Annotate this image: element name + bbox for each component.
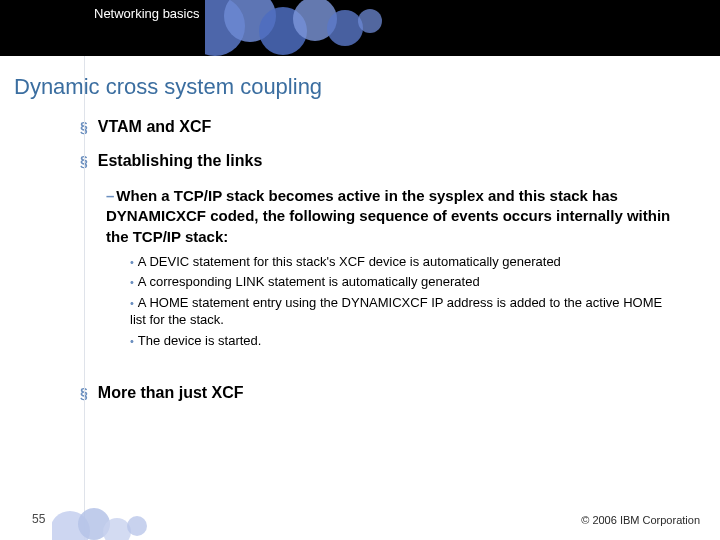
slide-header: Networking basics xyxy=(0,0,720,56)
header-decoration xyxy=(205,0,385,66)
page-number: 55 xyxy=(32,512,45,526)
bullet-establishing-links: §Establishing the links xyxy=(80,152,680,170)
dot-text: A HOME statement entry using the DYNAMIC… xyxy=(130,295,662,328)
bullet-more-than-xcf: §More than just XCF xyxy=(80,384,680,402)
svg-point-3 xyxy=(293,0,337,41)
dot-item-link: •A corresponding LINK statement is autom… xyxy=(130,273,680,291)
footer-decoration xyxy=(52,486,152,540)
svg-point-0 xyxy=(205,0,245,56)
svg-point-2 xyxy=(259,7,307,55)
slide-content: §VTAM and XCF §Establishing the links –W… xyxy=(80,118,680,402)
dot-bullet-icon: • xyxy=(130,276,134,288)
dot-bullet-icon: • xyxy=(130,335,134,347)
svg-point-5 xyxy=(358,9,382,33)
dot-item-started: •The device is started. xyxy=(130,332,680,350)
sub-bullet-text: When a TCP/IP stack becomes active in th… xyxy=(106,187,670,245)
svg-point-4 xyxy=(327,10,363,46)
bullet-text: VTAM and XCF xyxy=(98,118,211,135)
dash-bullet-icon: – xyxy=(106,187,114,204)
dot-bullet-icon: • xyxy=(130,256,134,268)
dot-bullet-icon: • xyxy=(130,297,134,309)
vertical-rule xyxy=(84,0,85,540)
copyright-text: © 2006 IBM Corporation xyxy=(581,514,700,526)
slide-title: Dynamic cross system coupling xyxy=(14,74,720,100)
dot-text: The device is started. xyxy=(138,333,262,348)
svg-point-7 xyxy=(78,508,110,540)
bullet-text: Establishing the links xyxy=(98,152,262,169)
header-title: Networking basics xyxy=(94,6,200,21)
dot-text: A corresponding LINK statement is automa… xyxy=(138,274,480,289)
svg-point-1 xyxy=(224,0,276,42)
dot-item-devic: •A DEVIC statement for this stack's XCF … xyxy=(130,253,680,271)
dot-item-home: •A HOME statement entry using the DYNAMI… xyxy=(130,294,680,329)
dot-text: A DEVIC statement for this stack's XCF d… xyxy=(138,254,561,269)
bullet-text: More than just XCF xyxy=(98,384,244,401)
sub-bullet-sequence: –When a TCP/IP stack becomes active in t… xyxy=(106,186,680,247)
svg-point-8 xyxy=(103,518,131,540)
svg-point-9 xyxy=(127,516,147,536)
bullet-vtam-xcf: §VTAM and XCF xyxy=(80,118,680,136)
